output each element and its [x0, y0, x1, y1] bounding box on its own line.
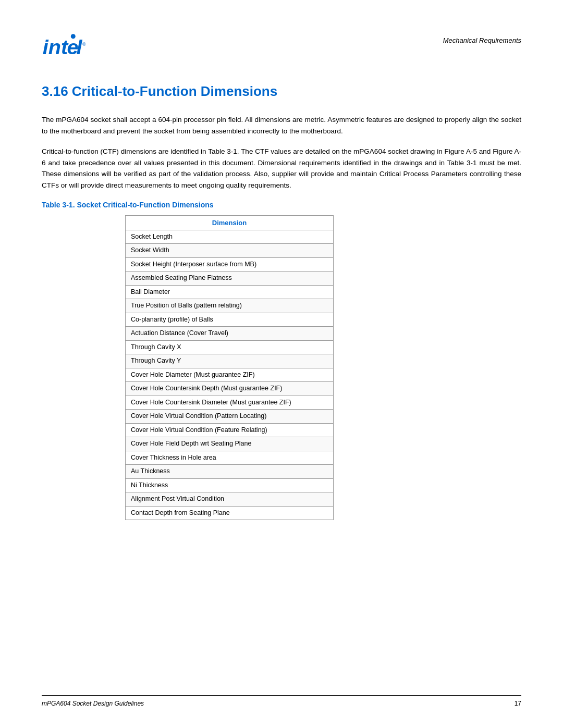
- intel-logo: int e l ®: [42, 31, 89, 63]
- table-row: Cover Hole Virtual Condition (Pattern Lo…: [126, 410, 334, 424]
- table-row: Cover Hole Field Depth wrt Seating Plane: [126, 437, 334, 451]
- table-row: Alignment Post Virtual Condition: [126, 492, 334, 507]
- svg-text:int: int: [43, 35, 69, 58]
- svg-text:l: l: [77, 35, 83, 58]
- table-cell-dimension: True Position of Balls (pattern relating…: [126, 299, 334, 313]
- footer-document-title: mPGA604 Socket Design Guidelines: [42, 700, 144, 707]
- dimensions-table: Dimension Socket LengthSocket WidthSocke…: [125, 215, 334, 521]
- table-row: Au Thickness: [126, 465, 334, 479]
- table-row: Cover Hole Countersink Diameter (Must gu…: [126, 396, 334, 410]
- table-cell-dimension: Cover Hole Countersink Diameter (Must gu…: [126, 396, 334, 410]
- table-cell-dimension: Actuation Distance (Cover Travel): [126, 327, 334, 341]
- page: int e l ® Mechanical Requirements 3.16 C…: [0, 0, 563, 728]
- table-cell-dimension: Cover Hole Virtual Condition (Pattern Lo…: [126, 410, 334, 424]
- table-cell-dimension: Socket Length: [126, 230, 334, 244]
- page-footer: mPGA604 Socket Design Guidelines 17: [42, 695, 521, 707]
- table-row: Through Cavity Y: [126, 354, 334, 368]
- table-row: Cover Hole Virtual Condition (Feature Re…: [126, 423, 334, 437]
- table-row: Ball Diameter: [126, 285, 334, 299]
- table-cell-dimension: Alignment Post Virtual Condition: [126, 492, 334, 507]
- table-cell-dimension: Cover Hole Virtual Condition (Feature Re…: [126, 423, 334, 437]
- table-cell-dimension: Contact Depth from Seating Plane: [126, 506, 334, 520]
- table-row: True Position of Balls (pattern relating…: [126, 299, 334, 313]
- table-cell-dimension: Socket Height (Interposer surface from M…: [126, 257, 334, 272]
- table-row: Ni Thickness: [126, 478, 334, 492]
- table-row: Socket Height (Interposer surface from M…: [126, 257, 334, 272]
- table-cell-dimension: Ball Diameter: [126, 285, 334, 299]
- table-cell-dimension: Socket Width: [126, 244, 334, 258]
- table-row: Contact Depth from Seating Plane: [126, 506, 334, 520]
- section-number: 3.16: [42, 83, 68, 99]
- table-row: Through Cavity X: [126, 340, 334, 354]
- table-row: Cover Hole Diameter (Must guarantee ZIF): [126, 368, 334, 382]
- table-cell-dimension: Au Thickness: [126, 465, 334, 479]
- table-cell-dimension: Cover Hole Diameter (Must guarantee ZIF): [126, 368, 334, 382]
- paragraph-1: The mPGA604 socket shall accept a 604-pi…: [42, 114, 521, 137]
- table-row: Socket Length: [126, 230, 334, 244]
- header-section-label: Mechanical Requirements: [443, 36, 521, 44]
- section-title-text: Critical-to-Function Dimensions: [72, 83, 277, 99]
- table-row: Cover Hole Countersink Depth (Must guara…: [126, 382, 334, 396]
- table-row: Actuation Distance (Cover Travel): [126, 327, 334, 341]
- table-cell-dimension: Co-planarity (profile) of Balls: [126, 313, 334, 327]
- footer-page-number: 17: [515, 700, 521, 707]
- table-row: Cover Thickness in Hole area: [126, 451, 334, 465]
- table-column-header: Dimension: [126, 215, 334, 230]
- page-header: int e l ® Mechanical Requirements: [42, 31, 521, 63]
- table-cell-dimension: Assembled Seating Plane Flatness: [126, 272, 334, 286]
- table-cell-dimension: Cover Hole Field Depth wrt Seating Plane: [126, 437, 334, 451]
- table-row: Co-planarity (profile) of Balls: [126, 313, 334, 327]
- table-cell-dimension: Cover Hole Countersink Depth (Must guara…: [126, 382, 334, 396]
- table-cell-dimension: Ni Thickness: [126, 478, 334, 492]
- table-cell-dimension: Through Cavity Y: [126, 354, 334, 368]
- svg-text:®: ®: [82, 42, 86, 47]
- svg-point-3: [71, 34, 76, 39]
- table-cell-dimension: Through Cavity X: [126, 340, 334, 354]
- table-row: Socket Width: [126, 244, 334, 258]
- table-cell-dimension: Cover Thickness in Hole area: [126, 451, 334, 465]
- section-title: 3.16 Critical-to-Function Dimensions: [42, 83, 521, 102]
- table-caption: Table 3-1. Socket Critical-to-Function D…: [42, 201, 521, 209]
- paragraph-2: Critical-to-function (CTF) dimensions ar…: [42, 146, 521, 191]
- table-row: Assembled Seating Plane Flatness: [126, 272, 334, 286]
